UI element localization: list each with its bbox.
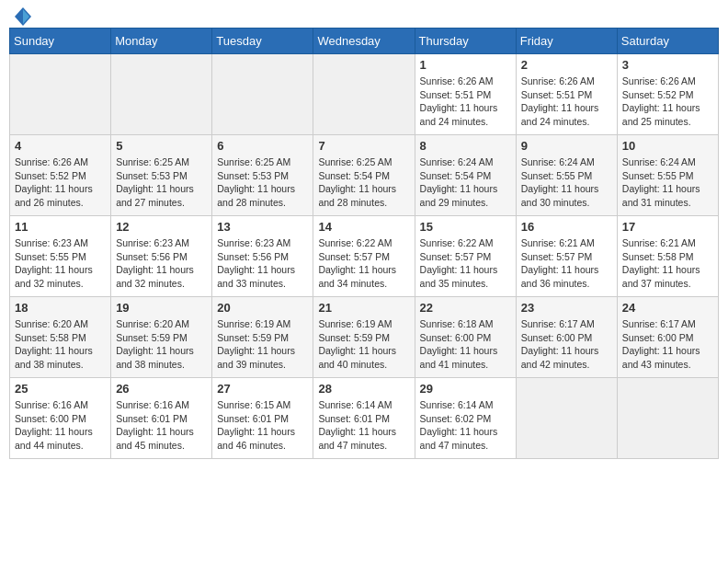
day-number: 2 bbox=[521, 58, 612, 72]
calendar-day-cell: 21Sunrise: 6:19 AMSunset: 5:59 PMDayligh… bbox=[313, 297, 415, 378]
day-info: Sunrise: 6:23 AMSunset: 5:56 PMDaylight:… bbox=[217, 236, 308, 291]
calendar-week-row: 4Sunrise: 6:26 AMSunset: 5:52 PMDaylight… bbox=[10, 135, 719, 216]
day-info: Sunrise: 6:23 AMSunset: 5:55 PMDaylight:… bbox=[15, 236, 106, 291]
day-info: Sunrise: 6:26 AMSunset: 5:52 PMDaylight:… bbox=[15, 155, 106, 210]
day-number: 1 bbox=[420, 58, 511, 72]
day-number: 3 bbox=[622, 58, 713, 72]
day-of-week-header: Thursday bbox=[415, 29, 516, 54]
day-info: Sunrise: 6:15 AMSunset: 6:01 PMDaylight:… bbox=[217, 398, 308, 453]
day-number: 22 bbox=[420, 301, 511, 315]
day-number: 21 bbox=[318, 301, 409, 315]
day-number: 18 bbox=[15, 301, 106, 315]
day-info: Sunrise: 6:24 AMSunset: 5:54 PMDaylight:… bbox=[420, 155, 511, 210]
calendar-day-cell: 19Sunrise: 6:20 AMSunset: 5:59 PMDayligh… bbox=[111, 297, 212, 378]
calendar-day-cell: 16Sunrise: 6:21 AMSunset: 5:57 PMDayligh… bbox=[516, 216, 617, 297]
calendar-day-cell: 6Sunrise: 6:25 AMSunset: 5:53 PMDaylight… bbox=[212, 135, 313, 216]
calendar-day-cell bbox=[111, 54, 212, 135]
day-info: Sunrise: 6:16 AMSunset: 6:00 PMDaylight:… bbox=[15, 398, 106, 453]
day-number: 23 bbox=[521, 301, 612, 315]
day-info: Sunrise: 6:17 AMSunset: 6:00 PMDaylight:… bbox=[521, 317, 612, 372]
day-info: Sunrise: 6:19 AMSunset: 5:59 PMDaylight:… bbox=[318, 317, 409, 372]
calendar-day-cell: 27Sunrise: 6:15 AMSunset: 6:01 PMDayligh… bbox=[212, 378, 313, 459]
day-number: 7 bbox=[318, 139, 409, 153]
calendar-table: SundayMondayTuesdayWednesdayThursdayFrid… bbox=[9, 28, 719, 459]
calendar-day-cell: 13Sunrise: 6:23 AMSunset: 5:56 PMDayligh… bbox=[212, 216, 313, 297]
day-number: 29 bbox=[420, 382, 511, 396]
calendar-day-cell: 18Sunrise: 6:20 AMSunset: 5:58 PMDayligh… bbox=[10, 297, 111, 378]
day-number: 24 bbox=[622, 301, 713, 315]
day-number: 14 bbox=[318, 220, 409, 234]
day-info: Sunrise: 6:21 AMSunset: 5:57 PMDaylight:… bbox=[521, 236, 612, 291]
day-number: 5 bbox=[116, 139, 207, 153]
calendar-week-row: 25Sunrise: 6:16 AMSunset: 6:00 PMDayligh… bbox=[10, 378, 719, 459]
calendar-day-cell: 2Sunrise: 6:26 AMSunset: 5:51 PMDaylight… bbox=[516, 54, 617, 135]
calendar-day-cell bbox=[212, 54, 313, 135]
calendar-day-cell: 17Sunrise: 6:21 AMSunset: 5:58 PMDayligh… bbox=[617, 216, 718, 297]
calendar-day-cell: 12Sunrise: 6:23 AMSunset: 5:56 PMDayligh… bbox=[111, 216, 212, 297]
day-number: 20 bbox=[217, 301, 308, 315]
day-info: Sunrise: 6:26 AMSunset: 5:51 PMDaylight:… bbox=[420, 75, 511, 129]
day-info: Sunrise: 6:24 AMSunset: 5:55 PMDaylight:… bbox=[622, 155, 713, 210]
day-info: Sunrise: 6:25 AMSunset: 5:53 PMDaylight:… bbox=[217, 155, 308, 210]
day-number: 16 bbox=[521, 220, 612, 234]
page-header bbox=[9, 9, 719, 20]
day-number: 4 bbox=[15, 139, 106, 153]
calendar-day-cell bbox=[313, 54, 415, 135]
calendar-day-cell: 15Sunrise: 6:22 AMSunset: 5:57 PMDayligh… bbox=[415, 216, 516, 297]
day-number: 9 bbox=[521, 139, 612, 153]
day-of-week-header: Saturday bbox=[617, 29, 718, 54]
calendar-day-cell: 9Sunrise: 6:24 AMSunset: 5:55 PMDaylight… bbox=[516, 135, 617, 216]
logo-icon bbox=[15, 7, 31, 26]
day-number: 11 bbox=[15, 220, 106, 234]
calendar-day-cell: 5Sunrise: 6:25 AMSunset: 5:53 PMDaylight… bbox=[111, 135, 212, 216]
logo bbox=[13, 9, 31, 20]
day-number: 25 bbox=[15, 382, 106, 396]
day-info: Sunrise: 6:25 AMSunset: 5:53 PMDaylight:… bbox=[116, 155, 207, 210]
day-number: 17 bbox=[622, 220, 713, 234]
calendar-day-cell: 10Sunrise: 6:24 AMSunset: 5:55 PMDayligh… bbox=[617, 135, 718, 216]
calendar-day-cell: 1Sunrise: 6:26 AMSunset: 5:51 PMDaylight… bbox=[415, 54, 516, 135]
day-number: 19 bbox=[116, 301, 207, 315]
day-info: Sunrise: 6:20 AMSunset: 5:59 PMDaylight:… bbox=[116, 317, 207, 372]
day-number: 13 bbox=[217, 220, 308, 234]
day-of-week-header: Wednesday bbox=[313, 29, 415, 54]
day-info: Sunrise: 6:14 AMSunset: 6:01 PMDaylight:… bbox=[318, 398, 409, 453]
day-info: Sunrise: 6:22 AMSunset: 5:57 PMDaylight:… bbox=[420, 236, 511, 291]
day-of-week-header: Monday bbox=[111, 29, 212, 54]
calendar-day-cell bbox=[516, 378, 617, 459]
day-info: Sunrise: 6:17 AMSunset: 6:00 PMDaylight:… bbox=[622, 317, 713, 372]
calendar-day-cell: 20Sunrise: 6:19 AMSunset: 5:59 PMDayligh… bbox=[212, 297, 313, 378]
day-info: Sunrise: 6:23 AMSunset: 5:56 PMDaylight:… bbox=[116, 236, 207, 291]
calendar-day-cell: 22Sunrise: 6:18 AMSunset: 6:00 PMDayligh… bbox=[415, 297, 516, 378]
day-info: Sunrise: 6:16 AMSunset: 6:01 PMDaylight:… bbox=[116, 398, 207, 453]
day-number: 12 bbox=[116, 220, 207, 234]
day-number: 6 bbox=[217, 139, 308, 153]
day-info: Sunrise: 6:26 AMSunset: 5:51 PMDaylight:… bbox=[521, 75, 612, 129]
day-of-week-header: Sunday bbox=[10, 29, 111, 54]
day-number: 28 bbox=[318, 382, 409, 396]
calendar-day-cell bbox=[10, 54, 111, 135]
day-info: Sunrise: 6:14 AMSunset: 6:02 PMDaylight:… bbox=[420, 398, 511, 453]
day-info: Sunrise: 6:24 AMSunset: 5:55 PMDaylight:… bbox=[521, 155, 612, 210]
day-info: Sunrise: 6:21 AMSunset: 5:58 PMDaylight:… bbox=[622, 236, 713, 291]
day-info: Sunrise: 6:25 AMSunset: 5:54 PMDaylight:… bbox=[318, 155, 409, 210]
calendar-day-cell: 26Sunrise: 6:16 AMSunset: 6:01 PMDayligh… bbox=[111, 378, 212, 459]
calendar-header-row: SundayMondayTuesdayWednesdayThursdayFrid… bbox=[10, 29, 719, 54]
day-number: 15 bbox=[420, 220, 511, 234]
calendar-week-row: 1Sunrise: 6:26 AMSunset: 5:51 PMDaylight… bbox=[10, 54, 719, 135]
day-info: Sunrise: 6:20 AMSunset: 5:58 PMDaylight:… bbox=[15, 317, 106, 372]
calendar-day-cell: 14Sunrise: 6:22 AMSunset: 5:57 PMDayligh… bbox=[313, 216, 415, 297]
calendar-day-cell: 3Sunrise: 6:26 AMSunset: 5:52 PMDaylight… bbox=[617, 54, 718, 135]
day-number: 26 bbox=[116, 382, 207, 396]
day-info: Sunrise: 6:19 AMSunset: 5:59 PMDaylight:… bbox=[217, 317, 308, 372]
day-number: 10 bbox=[622, 139, 713, 153]
day-number: 27 bbox=[217, 382, 308, 396]
calendar-day-cell bbox=[617, 378, 718, 459]
calendar-day-cell: 4Sunrise: 6:26 AMSunset: 5:52 PMDaylight… bbox=[10, 135, 111, 216]
calendar-week-row: 18Sunrise: 6:20 AMSunset: 5:58 PMDayligh… bbox=[10, 297, 719, 378]
day-of-week-header: Tuesday bbox=[212, 29, 313, 54]
day-info: Sunrise: 6:18 AMSunset: 6:00 PMDaylight:… bbox=[420, 317, 511, 372]
calendar-day-cell: 7Sunrise: 6:25 AMSunset: 5:54 PMDaylight… bbox=[313, 135, 415, 216]
calendar-week-row: 11Sunrise: 6:23 AMSunset: 5:55 PMDayligh… bbox=[10, 216, 719, 297]
day-of-week-header: Friday bbox=[516, 29, 617, 54]
